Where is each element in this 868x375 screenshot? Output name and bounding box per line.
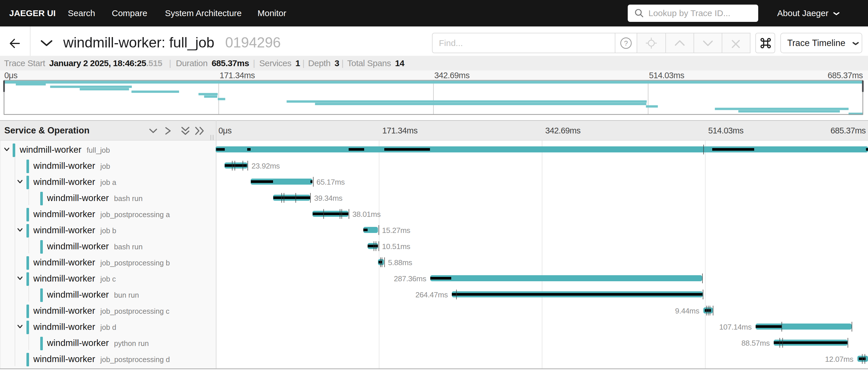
svg-text:?: ? xyxy=(624,39,628,47)
